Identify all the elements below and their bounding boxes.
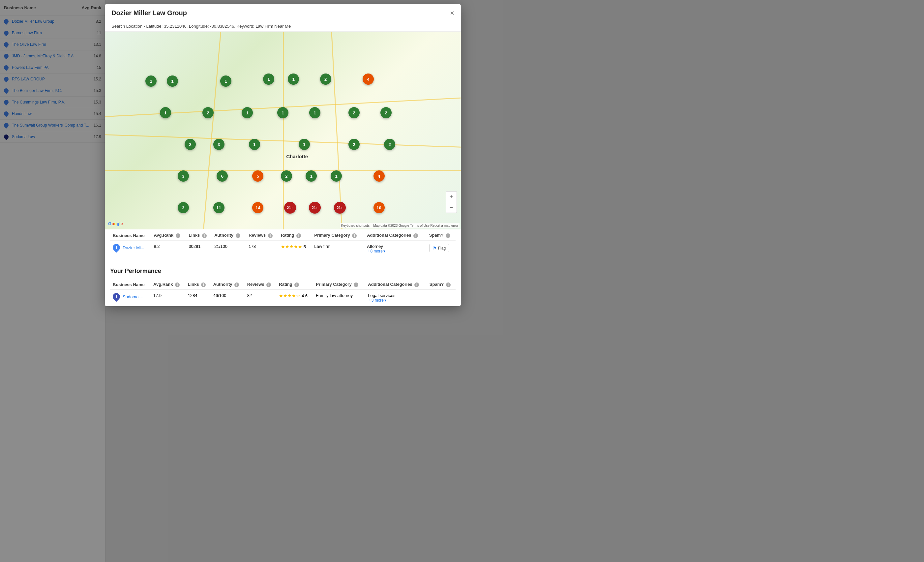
perf-star-rating: ★★★★☆ <box>279 293 300 298</box>
perf-th-business-name: Business Name <box>110 279 151 289</box>
zoom-in-button[interactable]: + <box>446 192 456 202</box>
additional-cat-more-link[interactable]: + 8 more ▾ <box>367 249 424 253</box>
th-business-name: Business Name <box>110 229 151 240</box>
performance-title: Your Performance <box>110 268 456 274</box>
map-marker[interactable]: 1 <box>249 139 260 150</box>
map-marker[interactable]: 3 <box>178 202 189 213</box>
td-primary-category: Family law attorney <box>313 289 365 306</box>
map-marker[interactable]: 21+ <box>309 202 321 214</box>
map-marker[interactable]: 4 <box>363 73 374 85</box>
perf-business-link[interactable]: Sodoma ... <box>123 294 143 299</box>
perf-rating-info-icon[interactable]: i <box>294 282 299 287</box>
map-marker[interactable]: 6 <box>217 171 228 181</box>
map-marker[interactable]: 2 <box>281 171 292 181</box>
top-table-body: 1 Dozier Mi... 8.2 30291 21/100 178 ★★★★… <box>110 240 456 257</box>
td-business-name: 1 Dozier Mi... <box>110 240 151 257</box>
map-marker[interactable]: 1 <box>309 107 320 118</box>
map-marker[interactable]: 3 <box>178 171 189 181</box>
map-marker[interactable]: 2 <box>348 139 360 150</box>
authority-info-icon[interactable]: i <box>236 233 240 238</box>
performance-header-row: Business Name Avg.Rank i Links i Authori… <box>110 279 456 289</box>
top-table-section: Business Name Avg.Rank i Links i Authori… <box>105 229 461 262</box>
th-avg-rank: Avg.Rank i <box>151 229 186 240</box>
reviews-info-icon[interactable]: i <box>268 233 273 238</box>
td-spam: ⚑ Flag <box>427 240 456 257</box>
city-label: Charlotte <box>286 154 308 159</box>
table-row: 1 Dozier Mi... 8.2 30291 21/100 178 ★★★★… <box>110 240 456 257</box>
th-reviews: Reviews i <box>246 229 278 240</box>
perf-th-additional-categories: Additional Categories i <box>365 279 427 289</box>
business-link[interactable]: Dozier Mi... <box>123 245 144 250</box>
flag-icon: ⚑ <box>433 246 437 250</box>
zoom-out-button[interactable]: − <box>446 202 456 213</box>
map-marker[interactable]: 14 <box>252 202 263 213</box>
perf-authority-info-icon[interactable]: i <box>234 282 239 287</box>
performance-table-body: 1 Sodoma ... 17.9 1284 46/100 82 ★★★★☆ 4… <box>110 289 456 306</box>
map-marker[interactable]: 1 <box>242 107 253 118</box>
chevron-down-icon: ▾ <box>384 298 386 303</box>
perf-additional-cat-more-link[interactable]: + 3 more ▾ <box>368 298 424 303</box>
performance-section: Your Performance Business Name Avg.Rank … <box>105 262 461 306</box>
rank-badge-blue: 1 <box>111 291 121 301</box>
map-controls: + − <box>446 191 457 213</box>
td-avg-rank: 8.2 <box>151 240 186 257</box>
td-links: 30291 <box>186 240 212 257</box>
additional-cat-info-icon[interactable]: i <box>413 233 418 238</box>
map-marker[interactable]: 1 <box>160 107 171 118</box>
td-primary-category: Law firm <box>312 240 364 257</box>
map-marker[interactable]: 1 <box>331 171 342 181</box>
performance-table-head: Business Name Avg.Rank i Links i Authori… <box>110 279 456 289</box>
perf-additional-cat-info-icon[interactable]: i <box>414 282 419 287</box>
star-rating: ★★★★★ <box>281 244 302 249</box>
google-logo: Google <box>108 221 123 226</box>
chevron-down-icon: ▾ <box>383 249 386 253</box>
map-marker[interactable]: 21+ <box>284 202 296 214</box>
td-rating: ★★★★★ 5 <box>278 240 312 257</box>
modal-title: Dozier Miller Law Group <box>111 9 187 17</box>
primary-cat-info-icon[interactable]: i <box>352 233 357 238</box>
map-marker[interactable]: 1 <box>167 75 178 87</box>
map-marker[interactable]: 2 <box>202 107 214 118</box>
rank-badge: 1 <box>111 242 121 252</box>
map-marker[interactable]: 1 <box>288 73 299 85</box>
map-marker[interactable]: 1 <box>277 107 288 118</box>
map-marker[interactable]: 2 <box>184 139 196 150</box>
map-marker[interactable]: 10 <box>374 202 385 213</box>
map-marker[interactable]: 1 <box>306 171 317 181</box>
perf-links-info-icon[interactable]: i <box>201 282 206 287</box>
map-marker[interactable]: 1 <box>298 139 310 150</box>
th-additional-categories: Additional Categories i <box>364 229 427 240</box>
rank-number: 1 <box>116 295 117 299</box>
perf-primary-cat-info-icon[interactable]: i <box>354 282 358 287</box>
map-marker[interactable]: 5 <box>252 171 263 181</box>
map-marker[interactable]: 21+ <box>334 202 346 214</box>
map-marker[interactable]: 1 <box>220 75 231 87</box>
top-table-header-row: Business Name Avg.Rank i Links i Authori… <box>110 229 456 240</box>
flag-button[interactable]: ⚑ Flag <box>429 244 449 252</box>
avg-rank-info-icon[interactable]: i <box>176 233 180 238</box>
spam-info-icon[interactable]: i <box>446 233 450 238</box>
perf-th-primary-category: Primary Category i <box>313 279 365 289</box>
map-marker[interactable]: 4 <box>374 171 385 181</box>
map-marker[interactable]: 1 <box>146 75 157 87</box>
links-info-icon[interactable]: i <box>202 233 207 238</box>
modal-dialog: Dozier Miller Law Group × Search Locatio… <box>105 4 461 306</box>
perf-avg-rank-info-icon[interactable]: i <box>175 282 180 287</box>
map-marker[interactable]: 2 <box>320 73 331 85</box>
map-marker[interactable]: 2 <box>380 107 392 118</box>
perf-th-rating: Rating i <box>276 279 313 289</box>
modal-close-button[interactable]: × <box>450 9 454 17</box>
map-marker[interactable]: 11 <box>213 202 225 213</box>
perf-th-spam: Spam? i <box>427 279 456 289</box>
td-authority: 21/100 <box>212 240 246 257</box>
map-marker[interactable]: 1 <box>263 73 274 85</box>
perf-additional-cat-value: Legal services <box>368 293 424 298</box>
map-marker[interactable]: 2 <box>348 107 360 118</box>
perf-spam-info-icon[interactable]: i <box>446 282 451 287</box>
rating-info-icon[interactable]: i <box>296 233 301 238</box>
map-marker[interactable]: 2 <box>384 139 395 150</box>
td-reviews: 82 <box>244 289 277 306</box>
td-business-name: 1 Sodoma ... <box>110 289 151 306</box>
perf-reviews-info-icon[interactable]: i <box>266 282 271 287</box>
map-marker[interactable]: 3 <box>213 139 225 150</box>
